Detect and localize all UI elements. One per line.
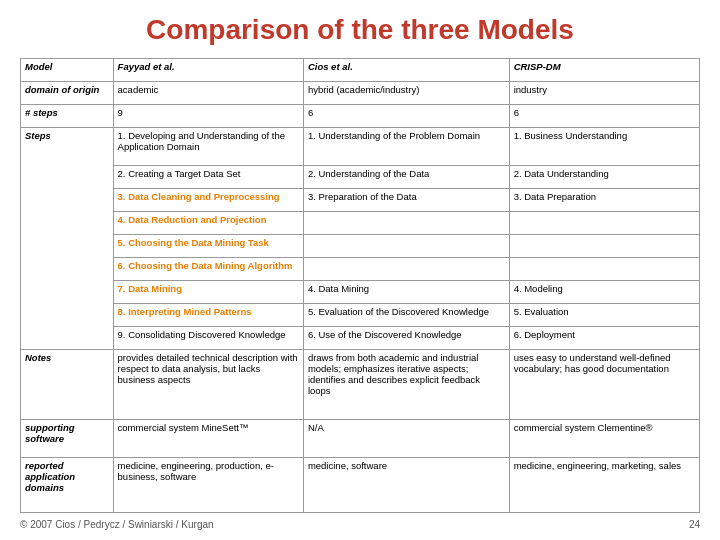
cios-software: N/A (303, 419, 509, 458)
label-app-domains: reported application domains (21, 458, 114, 513)
crisp-software: commercial system Clementine® (509, 419, 699, 458)
table-row-steps-1: Steps 1. Developing and Understanding of… (21, 127, 700, 166)
crisp-step-6 (509, 258, 699, 281)
cios-step-3: 3. Preparation of the Data (303, 189, 509, 212)
fayyad-step-5: 5. Choosing the Data Mining Task (113, 235, 303, 258)
table-row-domains: reported application domains medicine, e… (21, 458, 700, 513)
fayyad-steps-count: 9 (113, 104, 303, 127)
crisp-step-3: 3. Data Preparation (509, 189, 699, 212)
header-col1: Model (21, 59, 114, 82)
fayyad-software: commercial system MineSett™ (113, 419, 303, 458)
table-row-steps-7: 7. Data Mining 4. Data Mining 4. Modelin… (21, 280, 700, 303)
cios-step-7: 4. Data Mining (303, 280, 509, 303)
table-row-steps-6: 6. Choosing the Data Mining Algorithm (21, 258, 700, 281)
cios-steps-count: 6 (303, 104, 509, 127)
table-row-steps-4: 4. Data Reduction and Projection (21, 212, 700, 235)
crisp-step-8: 5. Evaluation (509, 303, 699, 326)
fayyad-app-domains: medicine, engineering, production, e-bus… (113, 458, 303, 513)
table-row-notes: Notes provides detailed technical descri… (21, 349, 700, 419)
header-col4: CRISP-DM (509, 59, 699, 82)
table-row-steps-2: 2. Creating a Target Data Set 2. Underst… (21, 166, 700, 189)
cios-step-5 (303, 235, 509, 258)
copyright: © 2007 Cios / Pedrycz / Swiniarski / Kur… (20, 519, 214, 530)
fayyad-step-2: 2. Creating a Target Data Set (113, 166, 303, 189)
fayyad-step-9: 9. Consolidating Discovered Knowledge (113, 326, 303, 349)
table-row-steps-3: 3. Data Cleaning and Preprocessing 3. Pr… (21, 189, 700, 212)
table-row-steps-9: 9. Consolidating Discovered Knowledge 6.… (21, 326, 700, 349)
table-row-steps-count: # steps 9 6 6 (21, 104, 700, 127)
crisp-app-domains: medicine, engineering, marketing, sales (509, 458, 699, 513)
fayyad-step-4: 4. Data Reduction and Projection (113, 212, 303, 235)
fayyad-notes: provides detailed technical description … (113, 349, 303, 419)
cios-step-6 (303, 258, 509, 281)
label-steps: Steps (21, 127, 114, 349)
crisp-step-5 (509, 235, 699, 258)
header-col3: Cios et al. (303, 59, 509, 82)
header-col2: Fayyad et al. (113, 59, 303, 82)
label-steps-count: # steps (21, 104, 114, 127)
crisp-step-9: 6. Deployment (509, 326, 699, 349)
cios-step-8: 5. Evaluation of the Discovered Knowledg… (303, 303, 509, 326)
cios-step-9: 6. Use of the Discovered Knowledge (303, 326, 509, 349)
crisp-step-4 (509, 212, 699, 235)
page: Comparison of the three Models Model Fay… (0, 0, 720, 540)
label-notes: Notes (21, 349, 114, 419)
label-domain: domain of origin (21, 81, 114, 104)
crisp-domain: industry (509, 81, 699, 104)
table-row-software: supporting software commercial system Mi… (21, 419, 700, 458)
footer: © 2007 Cios / Pedrycz / Swiniarski / Kur… (20, 519, 700, 530)
crisp-step-7: 4. Modeling (509, 280, 699, 303)
table-row-domain: domain of origin academic hybrid (academ… (21, 81, 700, 104)
comparison-table: Model Fayyad et al. Cios et al. CRISP-DM… (20, 58, 700, 513)
crisp-step-2: 2. Data Understanding (509, 166, 699, 189)
fayyad-step-7: 7. Data Mining (113, 280, 303, 303)
crisp-notes: uses easy to understand well-defined voc… (509, 349, 699, 419)
fayyad-domain: academic (113, 81, 303, 104)
cios-notes: draws from both academic and industrial … (303, 349, 509, 419)
cios-domain: hybrid (academic/industry) (303, 81, 509, 104)
page-title: Comparison of the three Models (20, 14, 700, 46)
fayyad-step-6: 6. Choosing the Data Mining Algorithm (113, 258, 303, 281)
crisp-step-1: 1. Business Understanding (509, 127, 699, 166)
cios-app-domains: medicine, software (303, 458, 509, 513)
table-row-steps-5: 5. Choosing the Data Mining Task (21, 235, 700, 258)
fayyad-step-1: 1. Developing and Understanding of the A… (113, 127, 303, 166)
table-header-row: Model Fayyad et al. Cios et al. CRISP-DM (21, 59, 700, 82)
table-row-steps-8: 8. Interpreting Mined Patterns 5. Evalua… (21, 303, 700, 326)
cios-step-4 (303, 212, 509, 235)
page-number: 24 (689, 519, 700, 530)
cios-step-2: 2. Understanding of the Data (303, 166, 509, 189)
cios-step-1: 1. Understanding of the Problem Domain (303, 127, 509, 166)
fayyad-step-3: 3. Data Cleaning and Preprocessing (113, 189, 303, 212)
label-software: supporting software (21, 419, 114, 458)
crisp-steps-count: 6 (509, 104, 699, 127)
fayyad-step-8: 8. Interpreting Mined Patterns (113, 303, 303, 326)
